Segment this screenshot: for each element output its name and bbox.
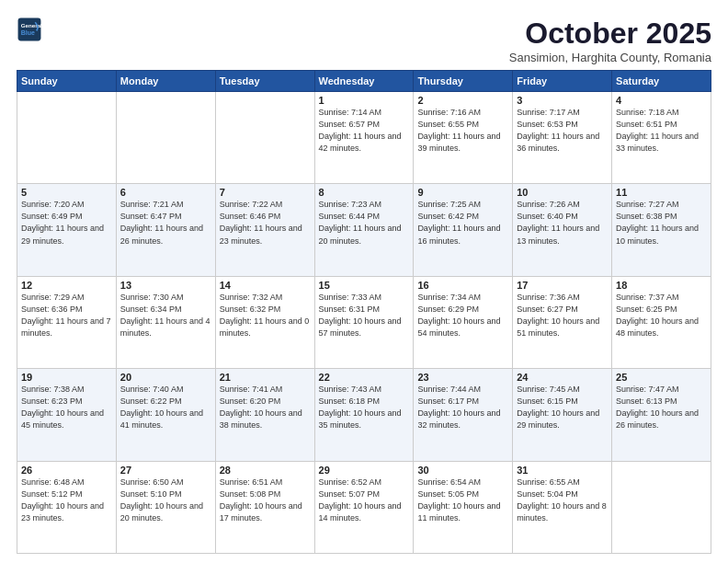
calendar-cell: 10Sunrise: 7:26 AM Sunset: 6:40 PM Dayli… xyxy=(513,184,612,276)
day-number: 22 xyxy=(319,372,410,383)
day-number: 3 xyxy=(517,95,608,106)
day-info: Sunrise: 7:38 AM Sunset: 6:23 PM Dayligh… xyxy=(21,384,112,431)
day-number: 13 xyxy=(120,280,211,291)
day-info: Sunrise: 6:51 AM Sunset: 5:08 PM Dayligh… xyxy=(220,477,311,524)
calendar-cell: 9Sunrise: 7:25 AM Sunset: 6:42 PM Daylig… xyxy=(414,184,513,276)
calendar-cell xyxy=(17,92,117,184)
calendar-cell: 8Sunrise: 7:23 AM Sunset: 6:44 PM Daylig… xyxy=(314,184,414,276)
day-number: 24 xyxy=(517,372,608,383)
calendar-week-row: 1Sunrise: 7:14 AM Sunset: 6:57 PM Daylig… xyxy=(17,92,711,184)
day-number: 26 xyxy=(21,465,112,476)
calendar-header-row: Sunday Monday Tuesday Wednesday Thursday… xyxy=(17,71,711,92)
day-number: 2 xyxy=(417,95,508,106)
day-number: 12 xyxy=(21,280,112,291)
header: General Blue October 2025 Sansimion, Har… xyxy=(17,17,711,64)
day-number: 25 xyxy=(616,372,707,383)
calendar-cell xyxy=(116,92,215,184)
calendar-cell: 16Sunrise: 7:34 AM Sunset: 6:29 PM Dayli… xyxy=(414,276,513,368)
location-subtitle: Sansimion, Harghita County, Romania xyxy=(509,51,711,64)
day-info: Sunrise: 6:54 AM Sunset: 5:05 PM Dayligh… xyxy=(417,477,508,524)
day-number: 7 xyxy=(220,187,311,198)
day-number: 23 xyxy=(417,372,508,383)
day-info: Sunrise: 7:25 AM Sunset: 6:42 PM Dayligh… xyxy=(417,199,508,247)
day-info: Sunrise: 7:33 AM Sunset: 6:31 PM Dayligh… xyxy=(319,292,410,339)
col-monday: Monday xyxy=(116,71,215,92)
day-number: 4 xyxy=(616,95,707,106)
day-number: 10 xyxy=(517,187,608,198)
day-number: 28 xyxy=(220,465,311,476)
day-info: Sunrise: 7:47 AM Sunset: 6:13 PM Dayligh… xyxy=(616,384,707,431)
calendar-cell: 30Sunrise: 6:54 AM Sunset: 5:05 PM Dayli… xyxy=(414,461,513,553)
calendar-cell: 17Sunrise: 7:36 AM Sunset: 6:27 PM Dayli… xyxy=(513,276,612,368)
day-info: Sunrise: 7:30 AM Sunset: 6:34 PM Dayligh… xyxy=(120,292,211,339)
calendar-cell: 12Sunrise: 7:29 AM Sunset: 6:36 PM Dayli… xyxy=(17,276,117,368)
day-info: Sunrise: 7:18 AM Sunset: 6:51 PM Dayligh… xyxy=(616,107,707,155)
day-info: Sunrise: 7:44 AM Sunset: 6:17 PM Dayligh… xyxy=(417,384,508,431)
day-info: Sunrise: 7:29 AM Sunset: 6:36 PM Dayligh… xyxy=(21,292,112,339)
logo: General Blue xyxy=(17,17,42,42)
day-number: 6 xyxy=(120,187,211,198)
day-info: Sunrise: 7:37 AM Sunset: 6:25 PM Dayligh… xyxy=(616,292,707,339)
logo-icon: General Blue xyxy=(17,17,42,42)
day-info: Sunrise: 7:45 AM Sunset: 6:15 PM Dayligh… xyxy=(517,384,608,431)
calendar-cell: 15Sunrise: 7:33 AM Sunset: 6:31 PM Dayli… xyxy=(314,276,414,368)
day-info: Sunrise: 7:32 AM Sunset: 6:32 PM Dayligh… xyxy=(220,292,311,339)
day-number: 11 xyxy=(616,187,707,198)
calendar-cell: 29Sunrise: 6:52 AM Sunset: 5:07 PM Dayli… xyxy=(314,461,414,553)
calendar-cell: 19Sunrise: 7:38 AM Sunset: 6:23 PM Dayli… xyxy=(17,369,117,461)
day-number: 20 xyxy=(120,372,211,383)
day-info: Sunrise: 7:14 AM Sunset: 6:57 PM Dayligh… xyxy=(319,107,410,155)
calendar-cell xyxy=(215,92,314,184)
calendar-cell: 25Sunrise: 7:47 AM Sunset: 6:13 PM Dayli… xyxy=(612,369,711,461)
day-number: 21 xyxy=(220,372,311,383)
day-number: 9 xyxy=(417,187,508,198)
col-wednesday: Wednesday xyxy=(314,71,414,92)
day-info: Sunrise: 7:41 AM Sunset: 6:20 PM Dayligh… xyxy=(220,384,311,431)
day-number: 5 xyxy=(21,187,112,198)
day-number: 15 xyxy=(319,280,410,291)
day-number: 19 xyxy=(21,372,112,383)
calendar-cell: 24Sunrise: 7:45 AM Sunset: 6:15 PM Dayli… xyxy=(513,369,612,461)
calendar-cell: 23Sunrise: 7:44 AM Sunset: 6:17 PM Dayli… xyxy=(414,369,513,461)
day-number: 17 xyxy=(517,280,608,291)
col-tuesday: Tuesday xyxy=(215,71,314,92)
day-info: Sunrise: 6:55 AM Sunset: 5:04 PM Dayligh… xyxy=(517,477,608,524)
day-info: Sunrise: 6:52 AM Sunset: 5:07 PM Dayligh… xyxy=(319,477,410,524)
day-info: Sunrise: 7:43 AM Sunset: 6:18 PM Dayligh… xyxy=(319,384,410,431)
calendar-cell: 31Sunrise: 6:55 AM Sunset: 5:04 PM Dayli… xyxy=(513,461,612,553)
calendar-cell: 21Sunrise: 7:41 AM Sunset: 6:20 PM Dayli… xyxy=(215,369,314,461)
day-info: Sunrise: 7:34 AM Sunset: 6:29 PM Dayligh… xyxy=(417,292,508,339)
calendar-week-row: 12Sunrise: 7:29 AM Sunset: 6:36 PM Dayli… xyxy=(17,276,711,368)
calendar-week-row: 26Sunrise: 6:48 AM Sunset: 5:12 PM Dayli… xyxy=(17,461,711,553)
col-thursday: Thursday xyxy=(414,71,513,92)
day-number: 14 xyxy=(220,280,311,291)
day-info: Sunrise: 7:40 AM Sunset: 6:22 PM Dayligh… xyxy=(120,384,211,431)
col-sunday: Sunday xyxy=(17,71,117,92)
day-info: Sunrise: 7:26 AM Sunset: 6:40 PM Dayligh… xyxy=(517,199,608,247)
day-info: Sunrise: 7:27 AM Sunset: 6:38 PM Dayligh… xyxy=(616,199,707,247)
day-number: 30 xyxy=(417,465,508,476)
calendar-cell: 26Sunrise: 6:48 AM Sunset: 5:12 PM Dayli… xyxy=(17,461,117,553)
calendar-cell: 13Sunrise: 7:30 AM Sunset: 6:34 PM Dayli… xyxy=(116,276,215,368)
calendar-cell: 7Sunrise: 7:22 AM Sunset: 6:46 PM Daylig… xyxy=(215,184,314,276)
calendar-cell: 6Sunrise: 7:21 AM Sunset: 6:47 PM Daylig… xyxy=(116,184,215,276)
day-number: 29 xyxy=(319,465,410,476)
calendar-cell: 22Sunrise: 7:43 AM Sunset: 6:18 PM Dayli… xyxy=(314,369,414,461)
calendar-cell: 2Sunrise: 7:16 AM Sunset: 6:55 PM Daylig… xyxy=(414,92,513,184)
day-number: 18 xyxy=(616,280,707,291)
day-number: 8 xyxy=(319,187,410,198)
calendar-cell: 1Sunrise: 7:14 AM Sunset: 6:57 PM Daylig… xyxy=(314,92,414,184)
day-number: 1 xyxy=(319,95,410,106)
day-number: 31 xyxy=(517,465,608,476)
calendar-cell: 11Sunrise: 7:27 AM Sunset: 6:38 PM Dayli… xyxy=(612,184,711,276)
day-info: Sunrise: 6:48 AM Sunset: 5:12 PM Dayligh… xyxy=(21,477,112,524)
day-info: Sunrise: 7:17 AM Sunset: 6:53 PM Dayligh… xyxy=(517,107,608,155)
day-number: 16 xyxy=(417,280,508,291)
day-info: Sunrise: 7:16 AM Sunset: 6:55 PM Dayligh… xyxy=(417,107,508,155)
day-info: Sunrise: 7:36 AM Sunset: 6:27 PM Dayligh… xyxy=(517,292,608,339)
calendar-page: General Blue October 2025 Sansimion, Har… xyxy=(0,0,728,563)
calendar-week-row: 19Sunrise: 7:38 AM Sunset: 6:23 PM Dayli… xyxy=(17,369,711,461)
day-info: Sunrise: 7:23 AM Sunset: 6:44 PM Dayligh… xyxy=(319,199,410,247)
calendar-cell: 4Sunrise: 7:18 AM Sunset: 6:51 PM Daylig… xyxy=(612,92,711,184)
calendar-cell: 28Sunrise: 6:51 AM Sunset: 5:08 PM Dayli… xyxy=(215,461,314,553)
